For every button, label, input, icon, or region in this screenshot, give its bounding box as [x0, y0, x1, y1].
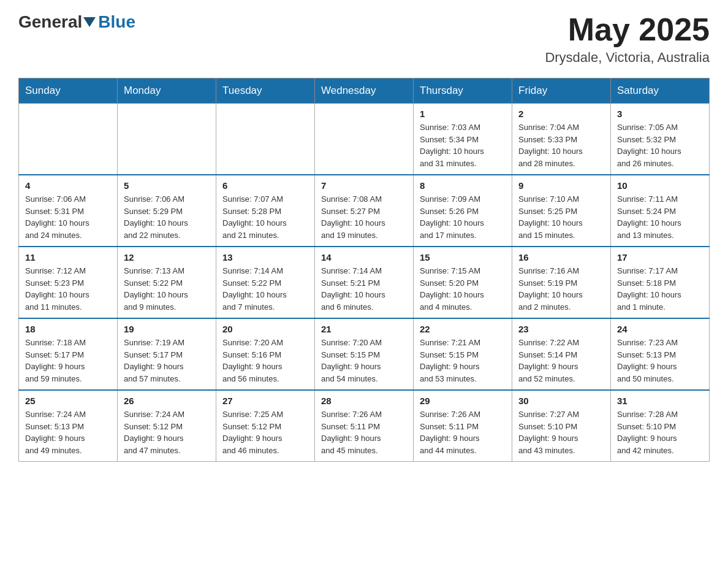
logo: General Blue [18, 12, 135, 32]
day-info: Sunrise: 7:19 AMSunset: 5:17 PMDaylight:… [124, 337, 210, 385]
day-info: Sunrise: 7:26 AMSunset: 5:11 PMDaylight:… [420, 408, 506, 456]
calendar-cell: 18Sunrise: 7:18 AMSunset: 5:17 PMDayligh… [19, 318, 118, 390]
day-info: Sunrise: 7:25 AMSunset: 5:12 PMDaylight:… [222, 408, 308, 456]
day-info: Sunrise: 7:24 AMSunset: 5:12 PMDaylight:… [124, 408, 210, 456]
day-info: Sunrise: 7:22 AMSunset: 5:14 PMDaylight:… [518, 337, 604, 385]
day-number: 5 [124, 180, 210, 191]
calendar-header-friday: Friday [512, 79, 611, 104]
calendar-cell: 12Sunrise: 7:13 AMSunset: 5:22 PMDayligh… [118, 247, 216, 318]
calendar-cell: 5Sunrise: 7:06 AMSunset: 5:29 PMDaylight… [118, 175, 216, 247]
day-number: 31 [617, 396, 703, 406]
calendar-week-5: 25Sunrise: 7:24 AMSunset: 5:13 PMDayligh… [19, 390, 710, 462]
calendar-cell: 14Sunrise: 7:14 AMSunset: 5:21 PMDayligh… [315, 247, 414, 318]
day-number: 19 [124, 324, 210, 334]
day-info: Sunrise: 7:04 AMSunset: 5:33 PMDaylight:… [518, 121, 604, 169]
day-info: Sunrise: 7:21 AMSunset: 5:15 PMDaylight:… [420, 337, 506, 385]
calendar-cell: 3Sunrise: 7:05 AMSunset: 5:32 PMDaylight… [611, 104, 710, 175]
day-number: 13 [222, 252, 308, 262]
logo-blue-text: Blue [98, 12, 135, 32]
logo-general-text: General [18, 12, 82, 32]
calendar-header-wednesday: Wednesday [315, 79, 414, 104]
day-number: 24 [617, 324, 703, 334]
logo-arrow-icon [83, 17, 96, 27]
day-number: 9 [518, 180, 604, 191]
calendar-cell: 26Sunrise: 7:24 AMSunset: 5:12 PMDayligh… [118, 390, 216, 462]
calendar-cell: 11Sunrise: 7:12 AMSunset: 5:23 PMDayligh… [19, 247, 118, 318]
day-number: 11 [25, 252, 111, 262]
calendar-cell: 28Sunrise: 7:26 AMSunset: 5:11 PMDayligh… [315, 390, 414, 462]
calendar-cell: 1Sunrise: 7:03 AMSunset: 5:34 PMDaylight… [414, 104, 512, 175]
day-number: 2 [518, 109, 604, 119]
month-year: May 2025 [545, 12, 710, 47]
calendar-cell: 29Sunrise: 7:26 AMSunset: 5:11 PMDayligh… [414, 390, 512, 462]
calendar-header-tuesday: Tuesday [216, 79, 315, 104]
day-number: 3 [617, 109, 703, 119]
day-number: 15 [420, 252, 506, 262]
calendar-header-saturday: Saturday [611, 79, 710, 104]
day-number: 17 [617, 252, 703, 262]
calendar-header-sunday: Sunday [19, 79, 118, 104]
calendar-cell: 22Sunrise: 7:21 AMSunset: 5:15 PMDayligh… [414, 318, 512, 390]
calendar-cell: 10Sunrise: 7:11 AMSunset: 5:24 PMDayligh… [611, 175, 710, 247]
day-info: Sunrise: 7:23 AMSunset: 5:13 PMDaylight:… [617, 337, 703, 385]
day-info: Sunrise: 7:08 AMSunset: 5:27 PMDaylight:… [321, 193, 407, 241]
calendar-cell: 20Sunrise: 7:20 AMSunset: 5:16 PMDayligh… [216, 318, 315, 390]
day-number: 23 [518, 324, 604, 334]
day-number: 27 [222, 396, 308, 406]
day-info: Sunrise: 7:20 AMSunset: 5:15 PMDaylight:… [321, 337, 407, 385]
location: Drysdale, Victoria, Australia [545, 50, 710, 66]
day-info: Sunrise: 7:06 AMSunset: 5:29 PMDaylight:… [124, 193, 210, 241]
calendar-week-4: 18Sunrise: 7:18 AMSunset: 5:17 PMDayligh… [19, 318, 710, 390]
day-number: 10 [617, 180, 703, 191]
calendar-cell: 8Sunrise: 7:09 AMSunset: 5:26 PMDaylight… [414, 175, 512, 247]
day-info: Sunrise: 7:03 AMSunset: 5:34 PMDaylight:… [420, 121, 506, 169]
calendar-cell [216, 104, 315, 175]
day-info: Sunrise: 7:10 AMSunset: 5:25 PMDaylight:… [518, 193, 604, 241]
calendar-cell: 31Sunrise: 7:28 AMSunset: 5:10 PMDayligh… [611, 390, 710, 462]
day-number: 12 [124, 252, 210, 262]
calendar-cell [315, 104, 414, 175]
calendar-cell: 27Sunrise: 7:25 AMSunset: 5:12 PMDayligh… [216, 390, 315, 462]
day-number: 25 [25, 396, 111, 406]
calendar-cell: 17Sunrise: 7:17 AMSunset: 5:18 PMDayligh… [611, 247, 710, 318]
calendar-cell: 9Sunrise: 7:10 AMSunset: 5:25 PMDaylight… [512, 175, 611, 247]
day-number: 21 [321, 324, 407, 334]
day-info: Sunrise: 7:20 AMSunset: 5:16 PMDaylight:… [222, 337, 308, 385]
calendar-header-thursday: Thursday [414, 79, 512, 104]
calendar-cell: 2Sunrise: 7:04 AMSunset: 5:33 PMDaylight… [512, 104, 611, 175]
calendar-cell: 21Sunrise: 7:20 AMSunset: 5:15 PMDayligh… [315, 318, 414, 390]
day-info: Sunrise: 7:27 AMSunset: 5:10 PMDaylight:… [518, 408, 604, 456]
day-number: 7 [321, 180, 407, 191]
day-number: 29 [420, 396, 506, 406]
day-info: Sunrise: 7:24 AMSunset: 5:13 PMDaylight:… [25, 408, 111, 456]
day-number: 28 [321, 396, 407, 406]
day-number: 14 [321, 252, 407, 262]
day-info: Sunrise: 7:05 AMSunset: 5:32 PMDaylight:… [617, 121, 703, 169]
day-number: 1 [420, 109, 506, 119]
calendar-cell: 19Sunrise: 7:19 AMSunset: 5:17 PMDayligh… [118, 318, 216, 390]
day-number: 18 [25, 324, 111, 334]
day-info: Sunrise: 7:13 AMSunset: 5:22 PMDaylight:… [124, 265, 210, 313]
calendar-cell: 13Sunrise: 7:14 AMSunset: 5:22 PMDayligh… [216, 247, 315, 318]
calendar-cell [19, 104, 118, 175]
day-number: 6 [222, 180, 308, 191]
calendar-week-2: 4Sunrise: 7:06 AMSunset: 5:31 PMDaylight… [19, 175, 710, 247]
day-number: 30 [518, 396, 604, 406]
day-number: 22 [420, 324, 506, 334]
day-info: Sunrise: 7:09 AMSunset: 5:26 PMDaylight:… [420, 193, 506, 241]
day-info: Sunrise: 7:17 AMSunset: 5:18 PMDaylight:… [617, 265, 703, 313]
day-info: Sunrise: 7:15 AMSunset: 5:20 PMDaylight:… [420, 265, 506, 313]
day-number: 8 [420, 180, 506, 191]
day-number: 4 [25, 180, 111, 191]
day-number: 26 [124, 396, 210, 406]
day-info: Sunrise: 7:18 AMSunset: 5:17 PMDaylight:… [25, 337, 111, 385]
day-info: Sunrise: 7:28 AMSunset: 5:10 PMDaylight:… [617, 408, 703, 456]
calendar-cell: 6Sunrise: 7:07 AMSunset: 5:28 PMDaylight… [216, 175, 315, 247]
day-info: Sunrise: 7:06 AMSunset: 5:31 PMDaylight:… [25, 193, 111, 241]
calendar-cell: 23Sunrise: 7:22 AMSunset: 5:14 PMDayligh… [512, 318, 611, 390]
calendar-week-1: 1Sunrise: 7:03 AMSunset: 5:34 PMDaylight… [19, 104, 710, 175]
calendar-week-3: 11Sunrise: 7:12 AMSunset: 5:23 PMDayligh… [19, 247, 710, 318]
day-info: Sunrise: 7:11 AMSunset: 5:24 PMDaylight:… [617, 193, 703, 241]
calendar-cell: 24Sunrise: 7:23 AMSunset: 5:13 PMDayligh… [611, 318, 710, 390]
calendar-cell: 15Sunrise: 7:15 AMSunset: 5:20 PMDayligh… [414, 247, 512, 318]
